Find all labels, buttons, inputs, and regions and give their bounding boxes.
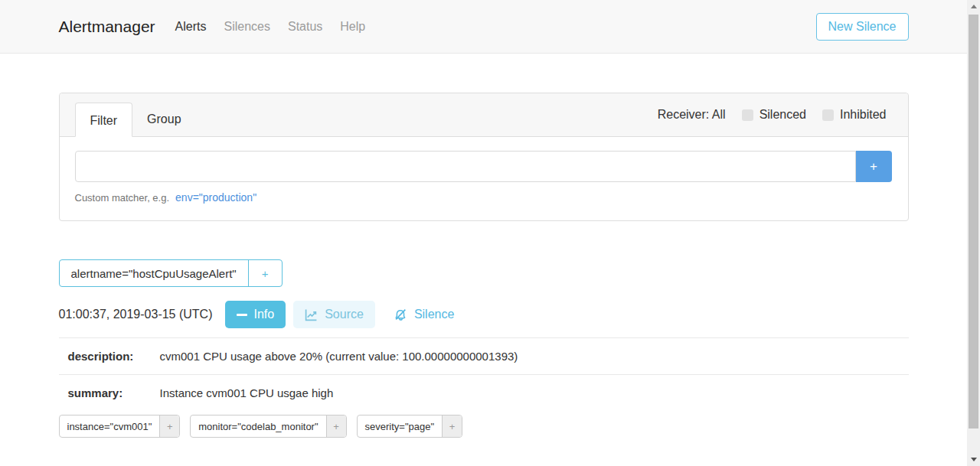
tab-filter[interactable]: Filter <box>75 103 133 137</box>
label-tag-text: monitor="codelab_monitor" <box>191 415 325 437</box>
minus-icon <box>237 314 247 316</box>
alertmanager-window: Alertmanager Alerts Silences Status Help… <box>0 0 980 466</box>
label-tag-text: severity="page" <box>358 415 443 437</box>
annotation-value: Instance cvm001 CPU usgae high <box>160 386 334 399</box>
source-button[interactable]: Source <box>293 301 375 328</box>
group-tag-alertname: alertname="hostCpuUsageAlert" + <box>59 259 283 287</box>
alert-group-section: alertname="hostCpuUsageAlert" + 01:00:37… <box>59 259 909 438</box>
source-button-label: Source <box>325 308 364 321</box>
annotation-row-description: description: cvm001 CPU usage above 20% … <box>59 337 909 374</box>
app-brand[interactable]: Alertmanager <box>59 18 155 36</box>
alert-row: 01:00:37, 2019-03-15 (UTC) Info <box>59 301 909 328</box>
label-tag-add-button[interactable]: + <box>326 415 346 437</box>
nav-link-help[interactable]: Help <box>340 20 365 34</box>
silence-button-label: Silence <box>414 308 454 321</box>
chart-line-icon <box>305 308 318 321</box>
info-button-label: Info <box>254 308 275 321</box>
bell-slash-icon <box>394 308 407 321</box>
annotation-value: cvm001 CPU usage above 20% (current valu… <box>160 350 518 363</box>
scroll-down-arrow[interactable] <box>967 453 980 466</box>
inhibited-checkbox-label: Inhibited <box>840 108 887 122</box>
label-tag-text: instance="cvm001" <box>60 415 160 437</box>
group-tag-text: alertname="hostCpuUsageAlert" <box>60 260 248 286</box>
annotation-row-summary: summary: Instance cvm001 CPU usgae high <box>59 374 909 411</box>
inhibited-checkbox-item[interactable]: Inhibited <box>822 108 887 122</box>
annotation-name: summary: <box>68 386 160 399</box>
nav-link-alerts[interactable]: Alerts <box>175 20 207 34</box>
matcher-example-link[interactable]: env="production" <box>175 191 256 204</box>
top-navbar: Alertmanager Alerts Silences Status Help… <box>0 0 967 54</box>
scroll-up-arrow[interactable] <box>967 0 980 13</box>
matcher-input[interactable] <box>75 151 856 182</box>
inhibited-checkbox[interactable] <box>822 109 834 121</box>
silenced-checkbox[interactable] <box>742 109 753 121</box>
label-tag-monitor: monitor="codelab_monitor" + <box>190 415 346 438</box>
label-tag-instance: instance="cvm001" + <box>59 415 181 438</box>
vertical-scrollbar[interactable] <box>967 0 980 466</box>
nav-link-status[interactable]: Status <box>288 20 322 34</box>
annotations-table: description: cvm001 CPU usage above 20% … <box>59 337 909 411</box>
filter-card: Filter Group Receiver: All Silenced Inhi… <box>59 93 909 221</box>
matcher-helper-text: Custom matcher, e.g. <box>75 192 170 204</box>
label-tag-add-button[interactable]: + <box>159 415 179 437</box>
silenced-checkbox-item[interactable]: Silenced <box>742 108 806 122</box>
silenced-checkbox-label: Silenced <box>760 108 806 122</box>
new-silence-button[interactable]: New Silence <box>816 13 909 41</box>
scrollbar-thumb[interactable] <box>969 15 978 429</box>
filter-card-header: Filter Group Receiver: All Silenced Inhi… <box>60 93 908 137</box>
label-tag-severity: severity="page" + <box>357 415 463 438</box>
receiver-selector[interactable]: Receiver: All <box>658 108 726 122</box>
add-matcher-button[interactable]: + <box>856 151 892 182</box>
group-tag-add-button[interactable]: + <box>248 260 282 286</box>
label-tag-add-button[interactable]: + <box>442 415 462 437</box>
alert-timestamp: 01:00:37, 2019-03-15 (UTC) <box>59 308 213 321</box>
info-toggle-button[interactable]: Info <box>225 301 286 328</box>
alert-labels-row: instance="cvm001" + monitor="codelab_mon… <box>59 415 909 438</box>
silence-button[interactable]: Silence <box>383 301 466 328</box>
tab-group[interactable]: Group <box>132 102 195 136</box>
annotation-name: description: <box>68 350 160 363</box>
nav-links: Alerts Silences Status Help <box>175 20 366 34</box>
nav-link-silences[interactable]: Silences <box>224 20 270 34</box>
